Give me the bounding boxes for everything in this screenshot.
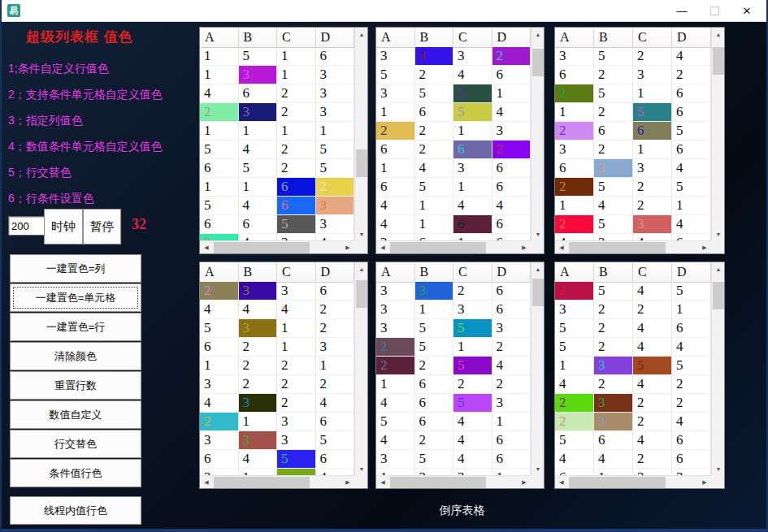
grid-cell[interactable]: 6 xyxy=(672,141,711,159)
table-row[interactable]: 1321 xyxy=(376,469,531,475)
grid-cell[interactable]: 2 xyxy=(415,122,454,141)
grid-cell[interactable]: 1 xyxy=(492,413,532,431)
grid-cell[interactable]: 5 xyxy=(594,84,633,103)
minimize-button[interactable]: — xyxy=(666,0,698,21)
grid-cell[interactable]: 4 xyxy=(633,319,672,338)
table-row[interactable]: 6262 xyxy=(376,141,531,159)
table-row[interactable]: 6232 xyxy=(555,66,711,84)
grid-cell[interactable]: 5 xyxy=(415,178,454,197)
table-row[interactable]: 2516 xyxy=(555,84,711,103)
scroll-right-icon[interactable]: ▶ xyxy=(518,241,531,254)
scroll-up-icon[interactable]: ▲ xyxy=(355,28,368,41)
grid-cell[interactable]: 4 xyxy=(453,197,492,215)
table-row[interactable]: 2534 xyxy=(555,215,711,234)
grid-cell[interactable]: 5 xyxy=(453,103,492,122)
table-row[interactable]: 2324 xyxy=(555,413,711,431)
pause-button[interactable]: 暂停 xyxy=(83,209,121,244)
grid-cell[interactable]: 6 xyxy=(200,159,239,178)
scroll-left-icon[interactable]: ◀ xyxy=(555,241,568,254)
listview-grid-2[interactable]: ABCD333252463551165422136262143665164144… xyxy=(375,27,545,254)
listview-grid-4[interactable]: ABCD233644425312621312213222432421363335… xyxy=(199,262,368,489)
grid-cell[interactable]: 2 xyxy=(633,178,672,197)
grid-cell[interactable]: 1 xyxy=(415,215,454,234)
grid-cell[interactable]: 5 xyxy=(277,469,316,475)
table-row[interactable]: 4324 xyxy=(200,394,354,413)
grid-cell[interactable]: 1 xyxy=(492,84,532,103)
grid-cell[interactable]: 5 xyxy=(633,357,672,375)
table-row[interactable]: 2545 xyxy=(555,282,711,301)
grid-cell[interactable]: 3 xyxy=(277,413,316,431)
set-color-cell-button[interactable]: 一建置色=单元格 xyxy=(10,283,141,312)
grid-cell[interactable]: 4 xyxy=(555,375,594,394)
grid-cell[interactable]: 6 xyxy=(672,84,711,103)
column-header[interactable]: B xyxy=(415,28,454,47)
grid-cell[interactable]: 5 xyxy=(277,215,316,234)
grid-cell[interactable]: 4 xyxy=(672,215,711,234)
grid-cell[interactable]: 3 xyxy=(633,159,672,178)
grid-cell[interactable]: 4 xyxy=(672,413,711,431)
column-header[interactable]: B xyxy=(239,28,278,47)
grid-cell[interactable]: 2 xyxy=(555,215,594,234)
grid-cell[interactable]: 3 xyxy=(277,234,316,240)
grid-cell[interactable]: 2 xyxy=(277,141,316,159)
custom-value-button[interactable]: 数值自定义 xyxy=(10,400,141,429)
table-row[interactable]: 4166 xyxy=(376,215,531,234)
grid-cell[interactable]: 6 xyxy=(239,215,278,234)
grid-cell[interactable]: 2 xyxy=(316,178,355,197)
grid-cell[interactable]: 6 xyxy=(672,431,711,450)
table-row[interactable]: 2512 xyxy=(376,338,531,357)
grid-cell[interactable]: 4 xyxy=(376,394,415,413)
grid-cell[interactable]: 3 xyxy=(239,282,278,301)
grid-cell[interactable]: 1 xyxy=(239,413,278,431)
grid-cell[interactable]: 4 xyxy=(555,234,594,240)
table-row[interactable]: 1421 xyxy=(555,197,711,215)
grid-cell[interactable]: 3 xyxy=(453,47,492,66)
table-row[interactable]: 6653 xyxy=(200,215,354,234)
grid-cell[interactable]: 3 xyxy=(633,66,672,84)
grid-cell[interactable]: 2 xyxy=(453,282,492,301)
column-header[interactable]: B xyxy=(415,262,454,282)
grid-cell[interactable]: 1 xyxy=(316,122,355,141)
grid-cell[interactable]: 5 xyxy=(453,394,492,413)
grid-cell[interactable]: 4 xyxy=(200,394,239,413)
grid-cell[interactable]: 4 xyxy=(492,357,532,375)
table-row[interactable]: 5646 xyxy=(555,431,711,450)
scroll-down-icon[interactable]: ▼ xyxy=(355,227,368,240)
table-row[interactable]: 5641 xyxy=(376,413,531,431)
grid-cell[interactable]: 4 xyxy=(316,469,355,475)
grid-cell[interactable]: 5 xyxy=(415,338,454,357)
column-header[interactable]: C xyxy=(277,28,316,47)
table-row[interactable]: 1111 xyxy=(200,122,354,141)
grid-cell[interactable]: 2 xyxy=(415,66,454,84)
grid-cell[interactable]: 5 xyxy=(277,450,316,469)
grid-cell[interactable]: 6 xyxy=(672,103,711,122)
column-header[interactable]: C xyxy=(453,262,492,282)
table-row[interactable]: 2336 xyxy=(200,282,354,301)
grid-cell[interactable]: 1 xyxy=(376,375,415,394)
grid-cell[interactable]: 6 xyxy=(415,103,454,122)
column-header[interactable]: D xyxy=(492,28,532,47)
table-row[interactable]: 2323 xyxy=(200,103,354,122)
grid-cell[interactable]: 2 xyxy=(415,431,454,450)
grid-cell[interactable]: 4 xyxy=(239,234,278,240)
column-header[interactable]: D xyxy=(492,262,532,282)
table-row[interactable]: 5244 xyxy=(555,338,711,357)
grid-cell[interactable]: 4 xyxy=(672,159,711,178)
grid-cell[interactable]: 5 xyxy=(316,141,355,159)
grid-cell[interactable]: 3 xyxy=(453,159,492,178)
column-header[interactable]: D xyxy=(316,28,355,47)
table-row[interactable]: 3216 xyxy=(555,141,711,159)
column-header[interactable]: B xyxy=(239,262,278,282)
listview-grid-3[interactable]: ABCD352462322516125626653216633425251421… xyxy=(554,27,725,254)
table-row[interactable]: 2136 xyxy=(200,413,354,431)
grid-cell[interactable]: 6 xyxy=(492,282,532,301)
grid-cell[interactable]: 3 xyxy=(316,215,355,234)
grid-cell[interactable]: 5 xyxy=(555,319,594,338)
grid-cell[interactable]: 5 xyxy=(672,357,711,375)
clock-button[interactable]: 时钟 xyxy=(44,209,83,244)
grid-cell[interactable]: 2 xyxy=(594,141,633,159)
table-row[interactable]: 3616 xyxy=(376,234,531,240)
scroll-down-icon[interactable]: ▼ xyxy=(532,462,545,475)
horizontal-scrollbar[interactable]: ◀▶ xyxy=(555,240,711,253)
column-header[interactable]: C xyxy=(277,262,316,282)
